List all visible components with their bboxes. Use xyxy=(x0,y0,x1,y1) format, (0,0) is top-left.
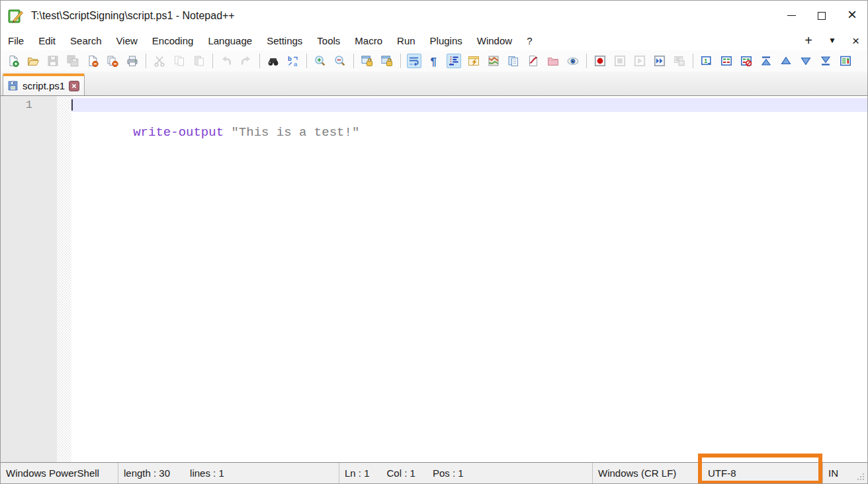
saved-floppy-icon xyxy=(7,80,19,91)
close-window-button[interactable]: × xyxy=(837,1,867,30)
redo-button[interactable] xyxy=(239,54,253,68)
status-doc-size[interactable]: length : 30 lines : 1 xyxy=(118,463,339,483)
notepad-plus-plus-logo-icon xyxy=(7,7,24,24)
maximize-button[interactable] xyxy=(806,1,837,30)
menu-macro[interactable]: Macro xyxy=(347,33,390,48)
minimize-icon xyxy=(787,15,796,16)
toolbar-separator xyxy=(586,54,587,68)
code-token-keyword: write-output xyxy=(133,125,224,140)
tri-down-icon xyxy=(799,54,812,68)
macro-save-icon xyxy=(673,54,686,68)
save-button[interactable] xyxy=(46,54,60,68)
monitoring-button[interactable] xyxy=(566,54,580,68)
status-encoding[interactable]: UTF-8 xyxy=(700,463,823,483)
new-tab-button[interactable]: + xyxy=(804,34,812,47)
menu-settings[interactable]: Settings xyxy=(259,33,310,48)
folder-as-workspace-button[interactable] xyxy=(546,54,560,68)
compare-diff-button[interactable] xyxy=(719,54,734,68)
svg-text:¶: ¶ xyxy=(431,56,437,68)
page-minus-icon xyxy=(86,54,99,68)
pilcrow-icon: ¶ xyxy=(427,54,441,68)
menu-encoding[interactable]: Encoding xyxy=(145,33,201,48)
cut-button[interactable] xyxy=(152,54,167,68)
next-diff-button[interactable] xyxy=(799,54,813,68)
word-wrap-button[interactable] xyxy=(407,54,421,68)
undo-icon xyxy=(220,54,233,68)
menu-search[interactable]: Search xyxy=(63,33,109,48)
status-doc-type[interactable]: Windows PowerShell xyxy=(1,463,118,483)
compare-button[interactable]: 1 xyxy=(699,54,714,68)
status-eol-format[interactable]: Windows (CR LF) xyxy=(593,463,700,483)
minimize-button[interactable] xyxy=(776,1,806,30)
open-file-button[interactable] xyxy=(26,54,40,68)
text-caret xyxy=(71,99,73,111)
macro-stop-button[interactable] xyxy=(613,54,627,68)
maximize-icon xyxy=(818,12,826,20)
zoom-out-button[interactable] xyxy=(333,54,347,68)
replace-button[interactable]: ba xyxy=(286,54,300,68)
line-number-margin: 1 xyxy=(1,96,57,462)
menubar: FileEditSearchViewEncodingLanguageSettin… xyxy=(1,30,867,50)
menu-view[interactable]: View xyxy=(109,33,145,48)
status-column: Col : 1 xyxy=(387,467,415,479)
menu-run[interactable]: Run xyxy=(390,33,423,48)
compare-icon: 1 xyxy=(700,54,713,68)
print-button[interactable] xyxy=(125,54,140,68)
show-indent-guide-button[interactable] xyxy=(447,54,461,68)
close-all-button[interactable] xyxy=(105,54,120,68)
zoom-out-icon xyxy=(333,54,347,68)
menubar-items: FileEditSearchViewEncodingLanguageSettin… xyxy=(1,33,539,48)
macro-save-button[interactable] xyxy=(672,54,687,68)
tab-close-button[interactable] xyxy=(69,81,79,91)
menu-tools[interactable]: Tools xyxy=(310,33,347,48)
show-all-characters-button[interactable]: ¶ xyxy=(427,54,441,68)
play-multi-icon xyxy=(653,54,666,68)
zoom-in-button[interactable] xyxy=(313,54,327,68)
window-lock-v-icon xyxy=(361,54,374,68)
compare-clear-button[interactable] xyxy=(739,54,754,68)
menu-language[interactable]: Language xyxy=(200,33,259,48)
menu-plugins[interactable]: Plugins xyxy=(423,33,470,48)
first-diff-button[interactable] xyxy=(759,54,773,68)
code-area[interactable]: write-output "This is a test!" xyxy=(71,96,867,462)
new-file-button[interactable] xyxy=(6,54,21,68)
function-list-icon xyxy=(467,54,480,68)
fold-margin xyxy=(57,96,71,462)
scissors-icon xyxy=(153,54,166,68)
macro-record-button[interactable] xyxy=(593,54,607,68)
find-button[interactable] xyxy=(266,54,281,68)
copy-button[interactable] xyxy=(172,54,187,68)
close-file-button[interactable] xyxy=(85,54,100,68)
resize-grip[interactable] xyxy=(856,472,865,481)
toolbar: ba¶1 xyxy=(1,50,867,72)
svg-text:b: b xyxy=(288,55,292,62)
last-diff-button[interactable] xyxy=(818,54,833,68)
close-document-icon[interactable]: × xyxy=(852,34,859,47)
tab-list-dropdown-icon[interactable]: ▼ xyxy=(828,36,836,44)
sync-horizontal-scroll-button[interactable] xyxy=(380,54,394,68)
tab-script-ps1[interactable]: script.ps1 xyxy=(3,73,85,95)
toolbar-separator xyxy=(212,54,213,68)
document-edit-marker-button[interactable] xyxy=(526,54,541,68)
menu-window[interactable]: Window xyxy=(470,33,519,48)
paste-button[interactable] xyxy=(192,54,206,68)
document-map-button[interactable] xyxy=(486,54,501,68)
save-all-button[interactable] xyxy=(65,54,80,68)
macro-play-button[interactable] xyxy=(632,54,647,68)
sync-vertical-scroll-button[interactable] xyxy=(360,54,374,68)
menu-help[interactable]: ? xyxy=(519,33,539,48)
play-icon xyxy=(633,54,646,68)
toolbar-separator xyxy=(306,54,307,68)
eye-icon xyxy=(566,54,580,68)
undo-button[interactable] xyxy=(219,54,234,68)
prev-diff-button[interactable] xyxy=(779,54,793,68)
document-list-button[interactable] xyxy=(506,54,521,68)
status-cursor-position[interactable]: Ln : 1 Col : 1 Pos : 1 xyxy=(339,463,593,483)
folder-open-icon xyxy=(26,54,40,68)
close-icon: × xyxy=(847,7,857,23)
menu-file[interactable]: File xyxy=(1,33,31,48)
compare-nav-bar-button[interactable] xyxy=(838,54,853,68)
menu-edit[interactable]: Edit xyxy=(31,33,63,48)
macro-run-multiple-button[interactable] xyxy=(652,54,667,68)
function-list-button[interactable] xyxy=(466,54,481,68)
